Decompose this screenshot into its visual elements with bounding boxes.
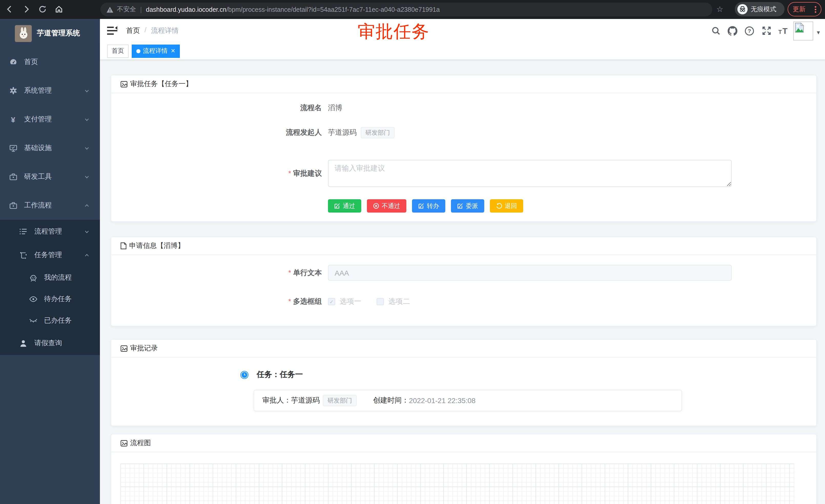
sidebar-item-label: 流程管理 (34, 227, 62, 236)
sidebar-item-label: 待办任务 (44, 295, 72, 304)
field-label: 流程名 (111, 103, 328, 113)
initiator-row: 流程发起人 芋道源码 研发部门 (111, 127, 816, 139)
sidebar-item-my-process[interactable]: 我的流程 (0, 267, 100, 288)
return-button[interactable]: 退回 (490, 199, 523, 213)
comment-row: 审批建议 (111, 160, 816, 187)
created-label: 创建时间： (373, 396, 409, 405)
breadcrumb-separator: / (145, 26, 147, 35)
tag-process-detail[interactable]: 流程详情 ✕ (132, 44, 180, 58)
circle-close-icon (373, 203, 379, 209)
user-icon (19, 339, 28, 347)
field-label: 多选框组 (111, 297, 328, 306)
dashboard-icon (9, 58, 17, 66)
approver-name: 芋道源码 (291, 396, 320, 405)
task-title: 任务：任务一 (257, 370, 303, 380)
process-name-row: 流程名 滔博 (111, 102, 816, 114)
monitor-icon (9, 144, 17, 152)
field-label: 流程发起人 (111, 128, 328, 137)
broken-image-icon (794, 22, 805, 32)
home-icon[interactable] (53, 4, 65, 15)
sidebar-item-home[interactable]: 首页 (0, 48, 100, 76)
yen-icon: ¥ (9, 115, 17, 124)
fullscreen-icon[interactable] (758, 26, 775, 35)
card-header: 审批任务【任务一】 (111, 75, 816, 93)
avatar[interactable] (793, 21, 813, 40)
tags-view: 首页 流程详情 ✕ (100, 43, 825, 60)
transfer-button[interactable]: 转办 (412, 199, 445, 213)
avatar-dropdown-caret-icon[interactable]: ▼ (816, 29, 821, 35)
github-icon[interactable] (724, 26, 741, 35)
browser-menu-icon[interactable] (815, 6, 816, 12)
url-separator: | (140, 6, 142, 13)
field-label: 单行文本 (111, 268, 328, 277)
url-path: /bpm/process-instance/detail?id=54aa251f… (226, 6, 440, 13)
dept-tag: 研发部门 (361, 127, 394, 138)
comment-textarea[interactable] (328, 160, 732, 187)
sidebar-item-process-mgmt[interactable]: 流程管理 (0, 220, 100, 243)
card-header: 申请信息【滔博】 (111, 237, 816, 255)
briefcase-icon (9, 201, 17, 209)
timeline-item: 任务：任务一 (240, 370, 816, 380)
bpmn-canvas[interactable] (121, 464, 794, 504)
navbar-actions: ? TT ▼ (707, 19, 825, 43)
breadcrumb: 首页 / 流程详情 (126, 26, 179, 35)
sidebar-item-label: 支付管理 (24, 115, 52, 124)
chevron-down-icon (84, 116, 90, 122)
briefcase-icon (9, 173, 17, 180)
checkbox-label: 选项一 (340, 297, 361, 306)
app-logo-row[interactable]: 芋道管理系统 (0, 19, 100, 48)
security-label[interactable]: 不安全 (117, 5, 136, 14)
document-icon (121, 242, 127, 249)
svg-text:?: ? (748, 28, 751, 33)
created-time: 2022-01-21 22:35:08 (409, 397, 475, 405)
clock-icon (240, 370, 248, 379)
app-title: 芋道管理系统 (37, 29, 80, 38)
search-icon[interactable] (707, 26, 724, 35)
incognito-label: 无痕模式 (751, 5, 776, 14)
sidebar-item-todo-tasks[interactable]: 待办任务 (0, 288, 100, 310)
back-icon[interactable] (4, 4, 15, 15)
checkbox-unchecked-icon (377, 298, 384, 305)
sidebar-item-infrastructure[interactable]: 基础设施 (0, 134, 100, 162)
update-label[interactable]: 更新 (793, 5, 806, 14)
approval-record-box: 审批人： 芋道源码 研发部门 创建时间： 2022-01-21 22:35:08 (254, 390, 682, 411)
annotation-text: 审批任务 (358, 20, 430, 44)
forward-icon[interactable] (20, 4, 32, 15)
warning-icon (106, 6, 113, 12)
gear-icon (9, 87, 17, 95)
reload-icon[interactable] (37, 4, 48, 15)
app-logo-image (15, 25, 32, 42)
sidebar-item-payment[interactable]: ¥ 支付管理 (0, 105, 100, 134)
incognito-badge: 无痕模式 (735, 2, 784, 16)
delegate-button[interactable]: 委派 (451, 199, 484, 213)
eye-closed-icon (29, 318, 38, 323)
browser-toolbar: 不安全 | dashboard.yudao.iocoder.cn/bpm/pro… (0, 0, 825, 19)
active-dot (136, 49, 140, 53)
breadcrumb-home[interactable]: 首页 (126, 26, 140, 35)
edit-icon (334, 203, 340, 209)
approval-records-card: 审批记录 任务：任务一 审批人： 芋道源码 研发部门 创建时间： 2022-01… (111, 339, 817, 426)
browser-update-button[interactable]: 更新 (788, 2, 821, 16)
reject-button[interactable]: 不通过 (367, 199, 406, 213)
chevron-down-icon (84, 229, 90, 234)
process-name-value: 滔博 (328, 103, 342, 113)
sidebar-item-system[interactable]: 系统管理 (0, 76, 100, 105)
help-icon[interactable]: ? (741, 26, 758, 35)
checkbox-checked-icon: ✓ (328, 298, 335, 305)
sidebar-item-devtools[interactable]: 研发工具 (0, 162, 100, 191)
edit-icon (457, 203, 463, 209)
font-size-icon[interactable]: TT (775, 26, 792, 35)
sidebar-item-leave-query[interactable]: 请假查询 (0, 331, 100, 355)
sidebar-item-workflow[interactable]: 工作流程 (0, 191, 100, 220)
sidebar-collapse-icon[interactable] (106, 26, 118, 36)
address-bar[interactable]: 不安全 | dashboard.yudao.iocoder.cn/bpm/pro… (100, 3, 712, 16)
sidebar-item-task-mgmt[interactable]: 任务管理 (0, 243, 100, 267)
checkbox-group: ✓ 选项一 选项二 (328, 297, 410, 306)
single-line-input (328, 265, 732, 281)
tag-home[interactable]: 首页 (107, 44, 129, 58)
approver-label: 审批人： (262, 396, 291, 405)
close-icon[interactable]: ✕ (171, 48, 175, 54)
sidebar-item-done-tasks[interactable]: 已办任务 (0, 310, 100, 331)
approve-button[interactable]: 通过 (328, 199, 361, 213)
bookmark-star-icon[interactable]: ☆ (717, 5, 723, 14)
